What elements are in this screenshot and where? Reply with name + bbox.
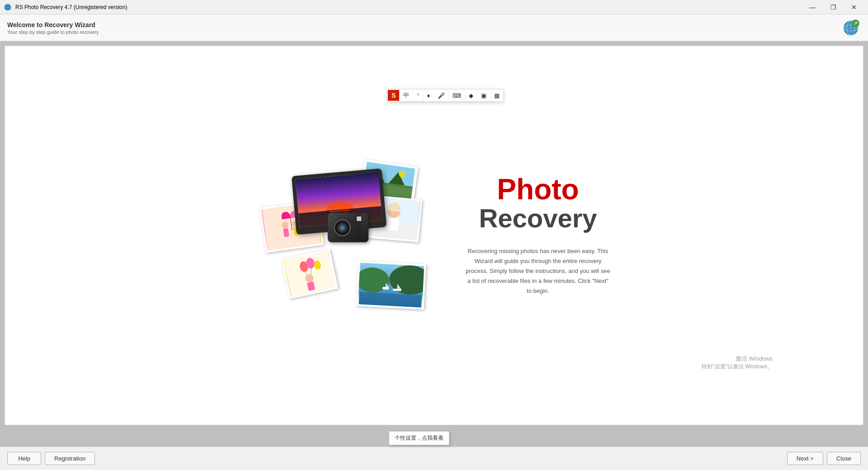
- description-text: Recovering missing photos has never been…: [466, 246, 610, 296]
- camera-body: [328, 213, 368, 242]
- close-window-button[interactable]: ✕: [844, 0, 864, 14]
- photo-collage: [258, 150, 429, 321]
- help-button[interactable]: Help: [7, 452, 41, 465]
- header-title: Welcome to Recovery Wizard: [7, 21, 99, 28]
- ime-skin-icon[interactable]: ▣: [477, 90, 491, 101]
- taskbar-tooltip: 个性设置，点我看看: [389, 431, 449, 445]
- app-header: Welcome to Recovery Wizard Your step by …: [0, 14, 868, 41]
- restore-button[interactable]: ❐: [823, 0, 844, 14]
- ime-chinese-icon[interactable]: 中: [400, 89, 413, 101]
- girl-balloons-photo: [281, 249, 338, 299]
- camera: [328, 213, 368, 242]
- svg-rect-43: [382, 287, 389, 290]
- close-button[interactable]: Close: [827, 452, 861, 465]
- window-controls: — ❐ ✕: [802, 0, 864, 14]
- title-bar-left: RS Photo Recovery 4.7 (Unregistered vers…: [4, 3, 127, 11]
- svg-rect-31: [387, 217, 399, 231]
- brand-recovery-label: Recovery: [466, 204, 610, 233]
- header-text: Welcome to Recovery Wizard Your step by …: [7, 21, 99, 35]
- content-inner: Photo Recovery Recovering missing photos…: [5, 46, 863, 425]
- ime-bar: S 中 ° ♦ 🎤 ⌨ ◆ ▣ ▦: [387, 89, 504, 102]
- brand-photo-label: Photo: [466, 175, 610, 204]
- title-bar: RS Photo Recovery 4.7 (Unregistered vers…: [0, 0, 868, 14]
- ime-punctuation-icon[interactable]: °: [413, 90, 423, 101]
- harbor-photo: [356, 261, 426, 310]
- ime-mic-icon[interactable]: 🎤: [434, 90, 449, 101]
- app-icon: [4, 3, 12, 11]
- bottom-left-buttons: Help Registration: [7, 452, 95, 465]
- minimize-button[interactable]: —: [802, 0, 823, 14]
- registration-button[interactable]: Registration: [45, 452, 95, 465]
- header-subtitle: Your step by step guide to photo recover…: [7, 29, 99, 35]
- right-panel: Photo Recovery Recovering missing photos…: [466, 175, 610, 296]
- svg-rect-45: [393, 289, 401, 291]
- ime-sogou-icon[interactable]: S: [388, 90, 400, 101]
- header-logo: ↗: [841, 18, 861, 38]
- ime-tools-icon[interactable]: ▦: [491, 90, 503, 101]
- camera-grip: [361, 213, 368, 242]
- main-content: Photo Recovery Recovering missing photos…: [5, 46, 863, 425]
- svg-text:↗: ↗: [854, 21, 857, 26]
- camera-lens: [334, 219, 351, 236]
- next-button[interactable]: Next >: [787, 452, 823, 465]
- ime-settings-icon[interactable]: ◆: [465, 90, 477, 101]
- bottom-bar: Help Registration Next > Close: [0, 446, 868, 470]
- window-title: RS Photo Recovery 4.7 (Unregistered vers…: [15, 4, 127, 10]
- globe-logo-icon: ↗: [841, 18, 861, 38]
- bottom-right-buttons: Next > Close: [787, 452, 861, 465]
- tooltip-text: 个性设置，点我看看: [395, 435, 443, 441]
- ime-keyboard-icon[interactable]: ⌨: [449, 90, 465, 101]
- ime-tone-icon[interactable]: ♦: [424, 90, 434, 101]
